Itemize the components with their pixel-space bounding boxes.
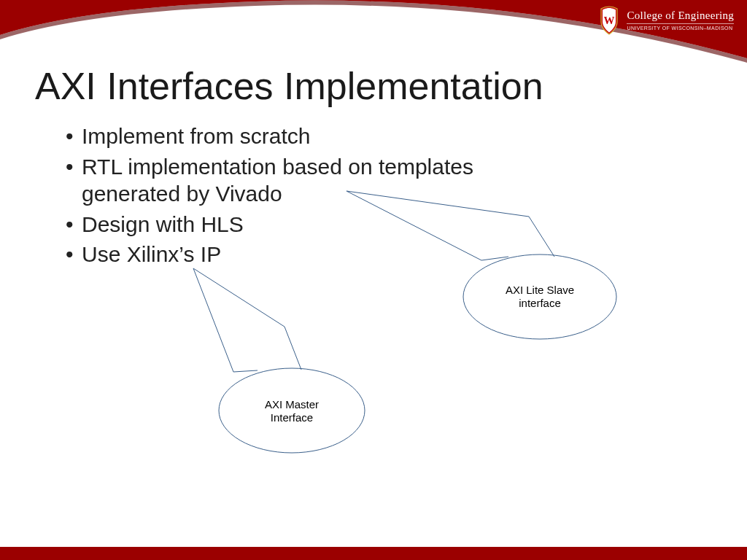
callout-label: AXI Lite Slave interface (500, 284, 580, 310)
callout-label: AXI Master Interface (259, 398, 325, 424)
header-logo: W College of Engineering UNIVERSITY OF W… (599, 6, 734, 35)
slide-title: AXI Interfaces Implementation (35, 64, 543, 108)
callout-axi-master: AXI Master Interface (157, 268, 390, 458)
college-name: College of Engineering (627, 10, 734, 22)
crest-icon: W (599, 6, 619, 35)
crest-letter: W (604, 15, 615, 26)
callout-axi-lite: AXI Lite Slave interface (347, 191, 638, 351)
header-text: College of Engineering UNIVERSITY OF WIS… (627, 10, 734, 31)
slide: W College of Engineering UNIVERSITY OF W… (0, 0, 747, 560)
bullet-item: Implement from scratch (66, 122, 533, 150)
footer-bar (0, 547, 747, 560)
university-name: UNIVERSITY OF WISCONSIN–MADISON (627, 23, 734, 31)
